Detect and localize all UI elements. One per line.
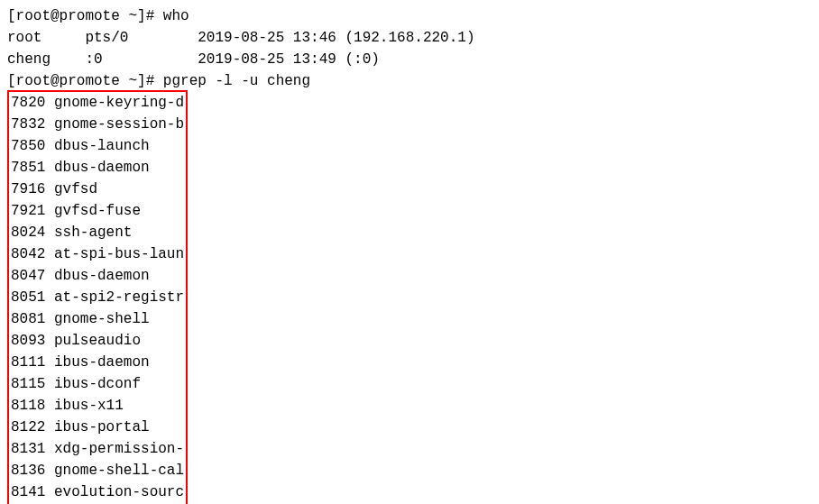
process-row: 8115 ibus-dconf [11, 373, 184, 395]
process-row: 8122 ibus-portal [11, 417, 184, 438]
command-who: who [163, 8, 189, 24]
process-row: 7832 gnome-session-b [11, 114, 184, 135]
process-row: 7921 gvfsd-fuse [11, 200, 184, 222]
process-row: 7820 gnome-keyring-d [11, 92, 184, 114]
who-output-line-1: root pts/0 2019-08-25 13:46 (192.168.220… [7, 27, 812, 49]
process-row: 8111 ibus-daemon [11, 352, 184, 373]
pgrep-output-block: 7820 gnome-keyring-d 7832 gnome-session-… [7, 90, 188, 504]
process-row: 8118 ibus-x11 [11, 395, 184, 417]
command-pgrep: pgrep -l -u cheng [163, 73, 310, 89]
process-row: 8024 ssh-agent [11, 222, 184, 243]
process-row: 8131 xdg-permission- [11, 438, 184, 460]
shell-prompt: [root@promote ~]# [7, 8, 163, 24]
process-row: 8042 at-spi-bus-laun [11, 243, 184, 265]
process-row: 7850 dbus-launch [11, 135, 184, 157]
process-row: 7916 gvfsd [11, 179, 184, 200]
process-row: 8141 evolution-sourc [11, 481, 184, 503]
shell-prompt: [root@promote ~]# [7, 73, 163, 89]
process-row: 8136 gnome-shell-cal [11, 460, 184, 481]
process-row: 8081 gnome-shell [11, 308, 184, 330]
process-row: 8047 dbus-daemon [11, 265, 184, 287]
prompt-line-1: [root@promote ~]# who [7, 5, 812, 27]
process-row: 8051 at-spi2-registr [11, 287, 184, 308]
process-row: 8093 pulseaudio [11, 330, 184, 352]
process-row: 7851 dbus-daemon [11, 157, 184, 179]
who-output-line-2: cheng :0 2019-08-25 13:49 (:0) [7, 49, 812, 70]
prompt-line-2: [root@promote ~]# pgrep -l -u cheng [7, 70, 812, 92]
